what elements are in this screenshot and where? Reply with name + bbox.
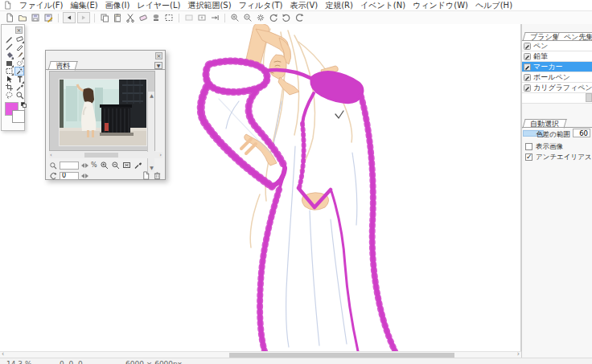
scroll-left-arrow-icon[interactable]: ‹ xyxy=(2,351,4,358)
eraser-button[interactable] xyxy=(137,12,150,23)
zoom-in-button[interactable] xyxy=(228,12,241,23)
reference-horizontal-scrollbar[interactable]: ‹ › xyxy=(49,152,162,158)
list-resize-nub[interactable] xyxy=(586,93,592,102)
reference-rotate-controls xyxy=(49,171,88,180)
reference-zoom-controls: % xyxy=(49,161,142,170)
redo-button[interactable] xyxy=(77,12,90,23)
cut-button[interactable] xyxy=(124,12,137,23)
new-file-icon xyxy=(5,13,14,22)
rotate-ccw-button[interactable] xyxy=(267,12,280,23)
reset-rotation-icon xyxy=(294,13,304,22)
select-area-icon xyxy=(164,13,174,22)
default-colors-icon[interactable] xyxy=(21,102,25,106)
close-icon[interactable]: × xyxy=(15,27,23,34)
window-icon xyxy=(184,13,194,22)
status-cursor-position: 0. 0. 0 xyxy=(60,360,83,364)
menu-item-edit[interactable]: 編集(E) xyxy=(71,0,98,10)
zoom-in-icon[interactable] xyxy=(100,161,109,170)
menu-item-ruler[interactable]: 定規(R) xyxy=(325,0,353,10)
menu-item-filter[interactable]: フィルタ(T) xyxy=(239,0,283,10)
menu-item-view[interactable]: 表示(V) xyxy=(290,0,318,10)
reset-rotation-button[interactable] xyxy=(293,12,306,23)
brush-label: カリグラフィペン xyxy=(533,83,592,93)
tab-divider xyxy=(522,127,592,128)
toolbar-separator xyxy=(224,14,225,22)
settings-gear-button[interactable] xyxy=(254,12,267,23)
new-file-button[interactable] xyxy=(3,12,16,23)
brush-row[interactable]: ボールペン xyxy=(522,72,592,83)
lasso-icon xyxy=(5,91,14,100)
tab-divider xyxy=(46,69,165,70)
background-color-swatch[interactable] xyxy=(12,110,25,123)
scroll-left-arrow-icon[interactable]: ‹ xyxy=(50,152,52,158)
save-button[interactable] xyxy=(29,12,42,23)
brush-row[interactable]: 鉛筆 xyxy=(522,51,592,62)
zoom-out-icon[interactable] xyxy=(111,161,120,170)
brush-thumbnail-icon xyxy=(524,63,531,71)
scroll-right-arrow-icon[interactable]: › xyxy=(159,152,162,158)
eyedropper-icon[interactable] xyxy=(134,161,142,170)
brush-label: ボールペン xyxy=(533,72,570,83)
zoom-spinner[interactable] xyxy=(81,163,88,168)
copy-button[interactable] xyxy=(98,12,111,23)
brush-row[interactable]: マーカー xyxy=(522,62,592,72)
menu-item-image[interactable]: 画像(I) xyxy=(105,0,130,10)
menu-item-layer[interactable]: レイヤー(L) xyxy=(137,0,180,10)
reference-angle-input[interactable] xyxy=(60,172,79,180)
fit-view-button[interactable] xyxy=(195,12,208,23)
settings-gear-icon xyxy=(256,13,265,22)
brush-row[interactable]: ペン xyxy=(522,41,592,51)
menu-item-window[interactable]: ウィンドウ(W) xyxy=(413,0,468,10)
option-display-image[interactable]: 表示画像 xyxy=(525,142,563,151)
reference-image-viewport[interactable]: ▲ ▼ xyxy=(49,71,155,151)
right-dock-panel: ブラシ集 ペン先集 ペン 鉛筆 マーカー ボールペン カリグラフィペン xyxy=(521,24,592,358)
window-button[interactable] xyxy=(183,12,195,23)
reference-photo xyxy=(59,79,147,146)
brush-row[interactable]: カリグラフィペン xyxy=(522,83,592,93)
clear-image-icon[interactable] xyxy=(142,171,150,180)
close-icon[interactable]: × xyxy=(155,52,162,59)
tool-lasso[interactable] xyxy=(4,91,14,100)
zoom-in-icon xyxy=(230,13,240,22)
scroll-up-arrow-icon[interactable]: ▲ xyxy=(148,92,155,99)
rotate-ccw-icon xyxy=(269,13,278,22)
checkbox-icon[interactable] xyxy=(525,143,532,150)
switch-view-icon xyxy=(210,13,220,22)
undo-button[interactable] xyxy=(63,12,76,23)
menu-item-file[interactable]: ファイル(F) xyxy=(19,0,64,10)
open-file-button[interactable] xyxy=(16,12,29,23)
zoom-out-button[interactable] xyxy=(241,12,254,23)
color-range-input[interactable] xyxy=(573,129,590,137)
menu-item-event[interactable]: イベント(N) xyxy=(360,0,405,10)
switch-view-button[interactable] xyxy=(208,12,221,23)
trash-icon[interactable] xyxy=(153,171,162,180)
option-label: アンチエイリアス xyxy=(536,153,592,162)
fit-image-icon[interactable] xyxy=(122,161,131,170)
scroll-down-arrow-icon[interactable]: ▼ xyxy=(148,165,155,171)
scrollbar-thumb[interactable] xyxy=(84,153,118,157)
reference-zoom-input[interactable] xyxy=(60,162,79,170)
open-file-icon xyxy=(18,13,27,22)
checkbox-icon[interactable] xyxy=(525,153,532,161)
menu-item-selection[interactable]: 選択範囲(S) xyxy=(187,0,231,10)
select-area-button[interactable] xyxy=(162,12,175,23)
scroll-right-arrow-icon[interactable]: › xyxy=(517,351,520,358)
menu-item-help[interactable]: ヘルプ(H) xyxy=(475,0,512,10)
redo-icon xyxy=(80,14,88,22)
panel-menu-dropdown-icon[interactable]: ▼ xyxy=(154,62,162,69)
brush-label: 鉛筆 xyxy=(533,51,548,62)
stamp-button[interactable] xyxy=(150,12,162,23)
reference-vertical-scrollbar[interactable]: ▲ ▼ xyxy=(147,92,154,172)
canvas-horizontal-scrollbar[interactable]: ‹ › xyxy=(0,351,521,358)
rotate-cw-button[interactable] xyxy=(280,12,293,23)
option-antialias[interactable]: アンチエイリアス xyxy=(525,153,592,162)
brush-list: ペン 鉛筆 マーカー ボールペン カリグラフィペン xyxy=(522,41,592,104)
tool-zoom[interactable] xyxy=(14,91,24,100)
zoom-out-icon xyxy=(243,13,253,22)
cut-icon xyxy=(125,13,135,22)
angle-spinner[interactable] xyxy=(81,174,88,178)
eraser-icon xyxy=(138,13,148,22)
save-as-button[interactable] xyxy=(42,12,55,23)
magnifier-icon xyxy=(15,91,24,100)
paste-button[interactable] xyxy=(111,12,124,23)
